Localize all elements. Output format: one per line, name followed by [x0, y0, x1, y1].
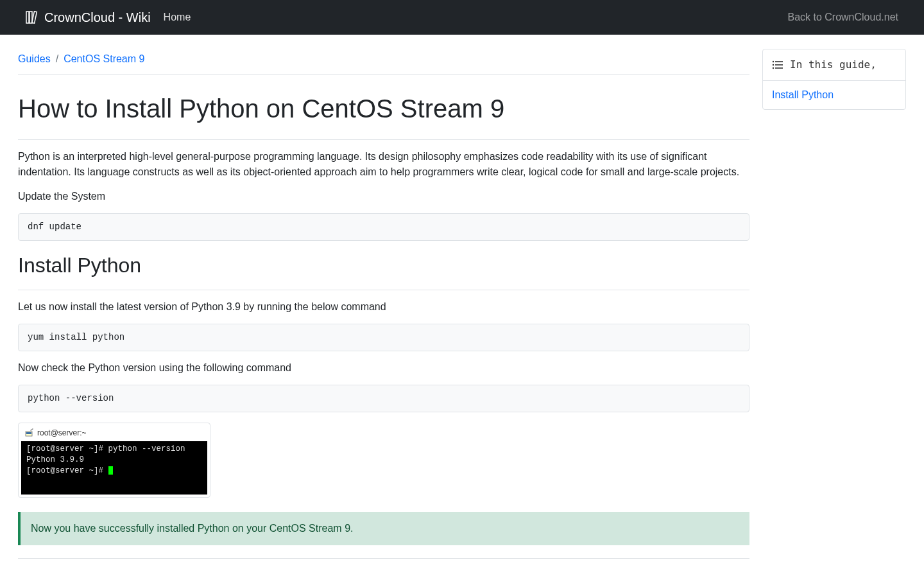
svg-rect-0: [26, 12, 29, 23]
brand-text: CrownCloud - Wiki: [44, 8, 151, 27]
main-content: Guides / CentOS Stream 9 How to Install …: [18, 48, 749, 559]
terminal-title-text: root@server:~: [37, 427, 87, 439]
list-icon: [772, 60, 783, 69]
divider: [18, 558, 749, 559]
nav-right: Back to CrownCloud.net: [787, 10, 898, 25]
breadcrumb-guides[interactable]: Guides: [18, 51, 51, 67]
putty-icon: [25, 428, 34, 437]
nav-back[interactable]: Back to CrownCloud.net: [787, 12, 898, 22]
check-text: Now check the Python version using the f…: [18, 360, 749, 376]
svg-rect-4: [26, 432, 31, 434]
breadcrumb-separator: /: [56, 51, 58, 67]
divider: [18, 74, 749, 75]
svg-rect-2: [32, 12, 37, 23]
page-title: How to Install Python on CentOS Stream 9: [18, 89, 749, 128]
divider: [18, 139, 749, 140]
nav-home[interactable]: Home: [164, 10, 191, 25]
toc-header: In this guide,: [763, 49, 905, 81]
svg-rect-10: [775, 67, 783, 69]
divider: [18, 290, 749, 290]
update-label: Update the System: [18, 189, 749, 204]
svg-point-9: [773, 67, 774, 69]
code-yum-install: yum install python: [18, 324, 749, 351]
svg-point-7: [773, 64, 774, 66]
intro-paragraph: Python is an interpreted high-level gene…: [18, 149, 749, 180]
svg-rect-6: [775, 61, 783, 62]
brand-link[interactable]: CrownCloud - Wiki: [26, 8, 151, 27]
container: Guides / CentOS Stream 9 How to Install …: [0, 35, 924, 572]
toc-item-install-python[interactable]: Install Python: [763, 81, 905, 109]
svg-point-5: [773, 61, 774, 62]
navbar: CrownCloud - Wiki Home Back to CrownClou…: [0, 0, 924, 35]
breadcrumb: Guides / CentOS Stream 9: [18, 48, 749, 74]
terminal-body: [root@server ~]# python --version Python…: [21, 441, 207, 495]
svg-rect-8: [775, 64, 783, 66]
code-dnf-update: dnf update: [18, 213, 749, 241]
terminal-titlebar: root@server:~: [21, 426, 207, 441]
terminal-screenshot: root@server:~ [root@server ~]# python --…: [18, 423, 210, 498]
toc-header-text: In this guide,: [790, 57, 877, 73]
books-icon: [26, 11, 40, 24]
cursor-icon: [108, 466, 113, 475]
heading-install-python: Install Python: [18, 250, 749, 281]
terminal-line-3: [root@server ~]#: [26, 466, 202, 477]
toc-sidebar: In this guide, Install Python: [762, 49, 906, 110]
install-text: Let us now install the latest version of…: [18, 299, 749, 315]
terminal-line-1: [root@server ~]# python --version: [26, 444, 202, 455]
success-alert: Now you have successfully installed Pyth…: [18, 512, 749, 545]
terminal-line-2: Python 3.9.9: [26, 455, 202, 466]
code-python-version: python --version: [18, 385, 749, 412]
nav-left: CrownCloud - Wiki Home: [26, 8, 191, 27]
breadcrumb-centos[interactable]: CentOS Stream 9: [64, 51, 144, 67]
